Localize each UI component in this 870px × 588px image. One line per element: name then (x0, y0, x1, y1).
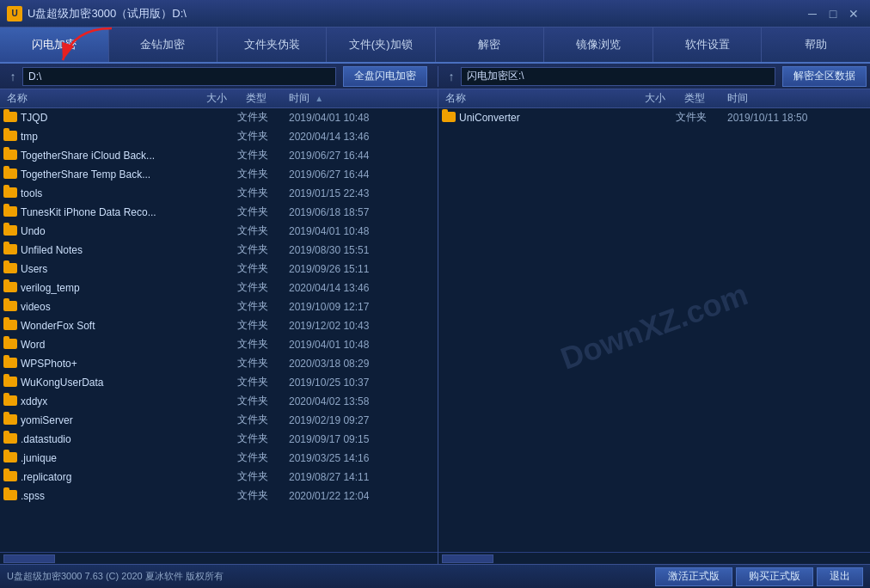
file-time: 2019/09/17 09:15 (279, 433, 434, 445)
menu-mirror-browse[interactable]: 镜像浏览 (544, 28, 653, 62)
buy-button[interactable]: 购买正式版 (736, 567, 813, 586)
left-file-row[interactable]: TunesKit iPhone Data Reco... 文件夹 2019/06… (0, 203, 438, 222)
decrypt-all-button[interactable]: 解密全区数据 (782, 66, 867, 87)
nav-up-btn-left[interactable]: ↑ (3, 67, 22, 86)
right-col-type: 类型 (665, 91, 717, 106)
right-file-rows: UniConverter 文件夹 2019/10/11 18:50 (438, 108, 870, 127)
activate-button[interactable]: 激活正式版 (655, 567, 732, 586)
right-path-box[interactable]: 闪电加密区:\ (461, 67, 775, 86)
folder-icon (3, 263, 17, 275)
file-type: 文件夹 (227, 129, 279, 144)
left-file-row[interactable]: videos 文件夹 2019/10/09 12:17 (0, 297, 438, 316)
file-time: 2019/01/15 22:43 (279, 187, 434, 199)
left-file-row[interactable]: TogetherShare Temp Back... 文件夹 2019/06/2… (0, 165, 438, 184)
menu-flash-encrypt[interactable]: 闪电加密 (0, 28, 109, 62)
file-time: 2019/08/30 15:51 (279, 244, 434, 256)
toolbar-right: ↑ 闪电加密区:\ 解密全区数据 (438, 66, 870, 87)
file-type: 文件夹 (227, 394, 279, 408)
file-time: 2019/12/02 10:43 (279, 320, 434, 332)
folder-icon (3, 112, 17, 124)
left-file-row[interactable]: WPSPhoto+ 文件夹 2020/03/18 08:29 (0, 354, 438, 373)
menu-gold-encrypt[interactable]: 金钻加密 (109, 28, 218, 62)
exit-button[interactable]: 退出 (817, 567, 863, 586)
menu-decrypt[interactable]: 解密 (436, 28, 545, 62)
left-col-name: 名称 (3, 91, 175, 106)
file-name: TogetherShare Temp Back... (21, 168, 175, 181)
minimize-button[interactable]: ─ (803, 4, 822, 23)
left-file-row[interactable]: .spss 文件夹 2020/01/22 12:04 (0, 487, 438, 505)
left-file-row[interactable]: Undo 文件夹 2019/04/01 10:48 (0, 222, 438, 241)
left-file-row[interactable]: Word 文件夹 2019/04/01 10:48 (0, 335, 438, 354)
title-bar-text: U盘超级加密3000（试用版）D:\ (28, 6, 803, 21)
left-file-row[interactable]: TogetherShare iCloud Back... 文件夹 2019/06… (0, 146, 438, 165)
left-file-row[interactable]: .replicatorg 文件夹 2019/08/27 14:11 (0, 468, 438, 487)
file-type: 文件夹 (227, 242, 279, 257)
left-file-row[interactable]: tmp 文件夹 2020/04/14 13:46 (0, 127, 438, 146)
left-file-row[interactable]: verilog_temp 文件夹 2020/04/14 13:46 (0, 279, 438, 297)
right-file-row[interactable]: UniConverter 文件夹 2019/10/11 18:50 (438, 108, 870, 127)
file-name: TunesKit iPhone Data Reco... (21, 206, 175, 218)
file-type: 文件夹 (227, 110, 279, 125)
left-file-row[interactable]: .junique 文件夹 2019/03/25 14:16 (0, 449, 438, 468)
file-type: 文件夹 (227, 450, 279, 465)
file-type: 文件夹 (227, 432, 279, 446)
file-type: 文件夹 (227, 167, 279, 181)
file-name: tmp (21, 131, 175, 143)
left-file-row[interactable]: .datastudio 文件夹 2019/09/17 09:15 (0, 430, 438, 449)
file-name: tools (21, 187, 175, 199)
left-file-row[interactable]: xddyx 文件夹 2020/04/02 13:58 (0, 392, 438, 411)
folder-icon (3, 301, 17, 313)
left-hscroll[interactable] (0, 552, 438, 564)
left-file-row[interactable]: yomiServer 文件夹 2019/02/19 09:27 (0, 411, 438, 430)
right-hscroll[interactable] (438, 552, 870, 564)
file-type: 文件夹 (227, 280, 279, 295)
menu-software-settings[interactable]: 软件设置 (653, 28, 763, 62)
file-name: WPSPhoto+ (21, 358, 175, 370)
file-type: 文件夹 (227, 224, 279, 238)
file-name: Word (21, 339, 175, 351)
folder-icon (3, 433, 17, 445)
file-time: 2020/03/18 08:29 (279, 358, 434, 370)
left-file-rows: TJQD 文件夹 2019/04/01 10:48 tmp 文件夹 2020/0… (0, 108, 438, 505)
file-type: 文件夹 (227, 337, 279, 352)
file-name: TogetherShare iCloud Back... (21, 150, 175, 162)
full-encrypt-button[interactable]: 全盘闪电加密 (343, 66, 427, 87)
maximize-button[interactable]: □ (824, 4, 842, 23)
menu-file-encrypt[interactable]: 文件(夹)加锁 (327, 28, 436, 62)
toolbar-row: ↑ D:\ 全盘闪电加密 ↑ 闪电加密区:\ 解密全区数据 (0, 64, 870, 89)
left-file-row[interactable]: tools 文件夹 2019/01/15 22:43 (0, 184, 438, 203)
left-file-list[interactable]: 名称 大小 类型 时间 ▲ TJQD 文件夹 2019/04/01 10:48 (0, 89, 438, 552)
app-icon: U (7, 6, 22, 21)
left-file-row[interactable]: TJQD 文件夹 2019/04/01 10:48 (0, 108, 438, 127)
menu-help[interactable]: 帮助 (762, 28, 870, 62)
file-type: 文件夹 (227, 469, 279, 484)
file-name: Users (21, 263, 175, 275)
file-time: 2019/06/27 16:44 (279, 168, 434, 181)
status-bar: U盘超级加密3000 7.63 (C) 2020 夏冰软件 版权所有 激活正式版… (0, 564, 870, 588)
folder-icon (3, 206, 17, 218)
close-button[interactable]: ✕ (844, 4, 863, 23)
folder-icon (3, 339, 17, 351)
left-file-row[interactable]: Unfiled Notes 文件夹 2019/08/30 15:51 (0, 241, 438, 260)
file-name: WonderFox Soft (21, 320, 175, 332)
left-col-size: 大小 (175, 91, 227, 106)
folder-icon (3, 358, 17, 370)
file-type: 文件夹 (227, 318, 279, 333)
file-time: 2019/09/26 15:11 (279, 263, 434, 275)
left-file-row[interactable]: WonderFox Soft 文件夹 2019/12/02 10:43 (0, 316, 438, 335)
left-hscroll-thumb[interactable] (3, 554, 55, 563)
nav-up-btn-right[interactable]: ↑ (442, 67, 461, 86)
left-path-box[interactable]: D:\ (22, 67, 336, 86)
title-bar: U U盘超级加密3000（试用版）D:\ ─ □ ✕ (0, 0, 870, 28)
file-name: .datastudio (21, 433, 175, 445)
file-type: 文件夹 (227, 375, 279, 389)
right-hscroll-thumb[interactable] (442, 554, 493, 563)
left-col-type: 类型 (227, 91, 279, 106)
menu-folder-disguise[interactable]: 文件夹伪装 (218, 28, 327, 62)
file-type: 文件夹 (227, 413, 279, 427)
left-file-row[interactable]: WuKongUserData 文件夹 2019/10/25 10:37 (0, 373, 438, 392)
right-col-header: 名称 大小 类型 时间 (438, 89, 870, 108)
folder-icon (3, 452, 17, 464)
right-file-list[interactable]: 名称 大小 类型 时间 UniConverter 文件夹 2019/10/11 … (438, 89, 870, 552)
left-file-row[interactable]: Users 文件夹 2019/09/26 15:11 (0, 260, 438, 279)
